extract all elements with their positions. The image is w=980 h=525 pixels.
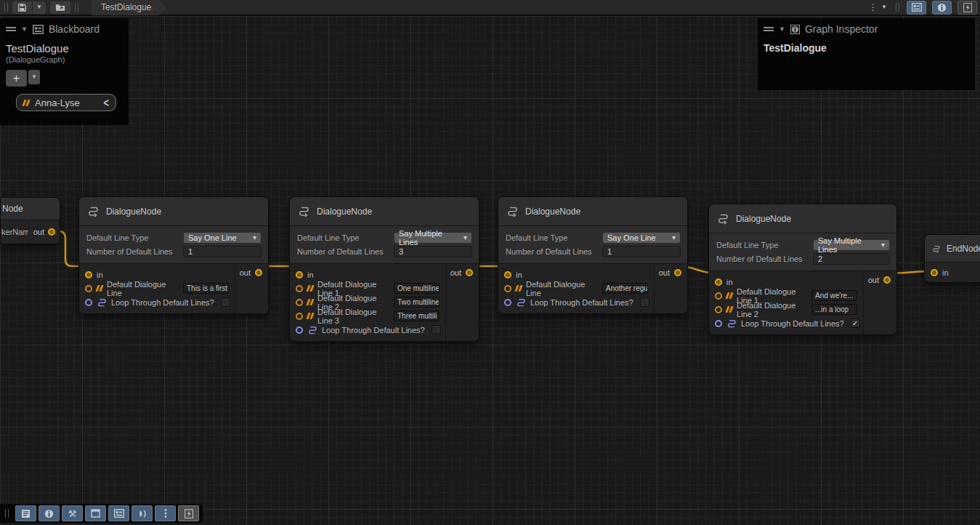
start-node[interactable]: Node kerName out <box>0 197 60 244</box>
toolbar-drag-handle[interactable] <box>5 509 9 518</box>
input-port-icon[interactable] <box>931 269 938 276</box>
dropdown-icon: ▼ <box>881 4 887 10</box>
window-button[interactable] <box>85 505 106 521</box>
start-node-header[interactable]: Node <box>1 198 60 220</box>
console-button[interactable] <box>15 505 36 521</box>
hamburger-icon[interactable] <box>764 27 774 31</box>
dialogue-node-icon <box>298 205 310 217</box>
input-ports: in Default Dialogue Line 1 And we're... … <box>709 271 863 334</box>
line-label: Default Dialogue Line <box>526 280 598 297</box>
line-value-field[interactable]: Two multiline <box>394 297 440 308</box>
bolt-button[interactable] <box>178 505 199 521</box>
node-header[interactable]: DialogueNode <box>498 197 687 226</box>
dialogue-node-3[interactable]: DialogueNode Default Line Type Say One L… <box>498 196 688 314</box>
line-type-dropdown[interactable]: Say One Line <box>602 232 681 244</box>
end-node-header[interactable]: EndNode <box>925 235 980 262</box>
save-button[interactable] <box>12 1 32 14</box>
string-port-icon[interactable] <box>85 285 92 292</box>
graph-inspector-toggle-button[interactable] <box>932 1 952 15</box>
tools-button[interactable]: ⚒ <box>62 505 83 521</box>
line-value-field[interactable]: ...in a loop <box>811 304 857 315</box>
string-port-icon[interactable] <box>296 299 303 306</box>
blackboard-toggle-button[interactable] <box>907 1 926 15</box>
blackboard-header[interactable]: ▼ Blackboard <box>0 18 129 38</box>
count-field[interactable]: 2 <box>813 253 890 265</box>
output-port-icon[interactable] <box>674 269 681 276</box>
breadcrumb-tab-testdialogue[interactable]: TestDialogue <box>92 0 167 15</box>
loop-checkbox[interactable] <box>640 297 649 307</box>
count-field[interactable]: 3 <box>394 246 472 257</box>
open-graph-button[interactable] <box>50 1 70 14</box>
node-header[interactable]: DialogueNode <box>709 204 896 233</box>
line-value-field[interactable]: This is a first <box>183 283 229 294</box>
bolt-icon <box>963 3 972 12</box>
blackboard-add-group: + ▼ <box>6 70 129 87</box>
bool-port-icon[interactable] <box>85 299 92 306</box>
string-port-icon[interactable] <box>296 313 303 320</box>
string-port-icon[interactable] <box>296 285 303 292</box>
dialogue-node-4[interactable]: DialogueNode Default Line Type Say Multi… <box>708 204 897 335</box>
more-button[interactable] <box>155 505 176 521</box>
string-port-icon[interactable] <box>504 285 511 292</box>
line-type-value: Say Multiple Lines <box>818 236 881 254</box>
graph-inspector-graph-name: TestDialogue <box>764 42 975 54</box>
line-type-dropdown[interactable]: Say Multiple Lines <box>394 232 472 244</box>
count-field[interactable]: 1 <box>183 246 262 257</box>
output-port-icon[interactable] <box>883 276 891 284</box>
toolbar-drag-handle[interactable] <box>4 3 8 12</box>
dialogue-node-1[interactable]: DialogueNode Default Line Type Say One L… <box>78 196 269 314</box>
node-ports: in Default Dialogue Line Another regu Lo… <box>498 264 687 313</box>
line-value-field[interactable]: Three multili <box>394 310 440 321</box>
count-value: 3 <box>399 247 403 256</box>
input-port-icon[interactable] <box>296 271 303 278</box>
node-header[interactable]: DialogueNode <box>79 197 268 226</box>
bolt-toggle-button[interactable] <box>957 1 977 15</box>
collapse-icon[interactable]: ▼ <box>21 25 28 33</box>
string-port-icon[interactable] <box>715 292 722 300</box>
speaker-name-label: kerName <box>1 228 28 236</box>
toolbar-more-button[interactable]: ⋮ ▼ <box>864 3 891 12</box>
bool-port-icon[interactable] <box>504 299 511 306</box>
blackboard-graph-type: (DialogueGraph) <box>6 55 129 64</box>
dialogue-preview-button[interactable] <box>131 505 153 521</box>
add-property-dropdown-button[interactable]: ▼ <box>28 70 40 84</box>
node-title: DialogueNode <box>106 207 161 217</box>
start-node-out-port[interactable]: out <box>28 220 60 244</box>
line-value-field[interactable]: And we're... <box>811 290 857 301</box>
in-port-label: in <box>516 270 522 279</box>
line-type-dropdown[interactable]: Say Multiple Lines <box>813 239 890 251</box>
property-row: Default Line Type Say Multiple Lines <box>297 231 472 244</box>
input-port-icon[interactable] <box>715 278 722 286</box>
blackboard-item-anna-lyse[interactable]: Anna-Lyse < <box>16 94 116 111</box>
chevron-left-icon[interactable]: < <box>103 95 109 110</box>
kebab-icon <box>164 508 167 518</box>
line-value-field[interactable]: One multiline <box>394 283 440 294</box>
output-port-icon[interactable] <box>255 269 262 276</box>
add-property-button[interactable]: + <box>6 70 27 87</box>
line-label: Default Dialogue Line 2 <box>737 301 807 318</box>
loop-checkbox[interactable]: ✓ <box>851 318 860 328</box>
output-port-icon[interactable] <box>48 228 55 236</box>
hamburger-icon[interactable] <box>6 27 16 31</box>
count-field[interactable]: 1 <box>602 246 681 257</box>
string-port-icon[interactable] <box>715 306 722 313</box>
dialogue-node-2[interactable]: DialogueNode Default Line Type Say Multi… <box>289 196 479 342</box>
output-port-icon[interactable] <box>466 269 473 276</box>
blackboard-button[interactable] <box>108 505 129 521</box>
bool-port-icon[interactable] <box>715 320 722 327</box>
collapse-icon[interactable]: ▼ <box>779 25 785 33</box>
bool-port-icon[interactable] <box>296 326 303 334</box>
line-value-field[interactable]: Another regu <box>602 283 648 294</box>
node-header[interactable]: DialogueNode <box>290 197 479 226</box>
line-type-dropdown[interactable]: Say One Line <box>183 232 262 244</box>
input-port-icon[interactable] <box>85 271 92 278</box>
save-dropdown-button[interactable]: ▼ <box>33 1 46 14</box>
graph-inspector-button[interactable] <box>39 505 60 521</box>
end-node[interactable]: EndNode in <box>924 234 980 283</box>
loop-checkbox[interactable] <box>221 297 230 307</box>
dropdown-icon: ▼ <box>36 4 42 10</box>
input-port-icon[interactable] <box>504 271 511 278</box>
line-type-label: Default Line Type <box>506 233 602 242</box>
loop-checkbox[interactable] <box>432 325 441 334</box>
graph-inspector-header[interactable]: ▼ Graph Inspector <box>758 18 975 38</box>
